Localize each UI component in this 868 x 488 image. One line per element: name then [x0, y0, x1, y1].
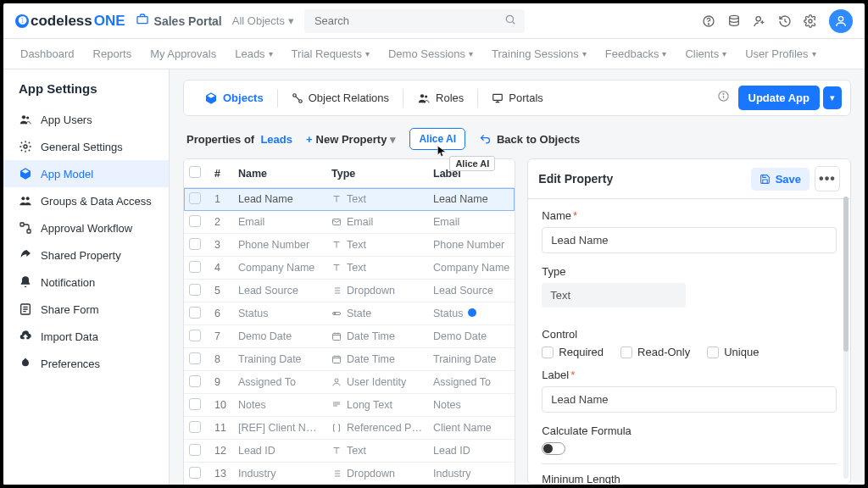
- svg-point-6: [809, 19, 812, 23]
- row-checkbox[interactable]: [189, 307, 201, 319]
- row-checkbox[interactable]: [189, 467, 201, 479]
- properties-of-label: Properties of: [186, 133, 254, 146]
- row-checkbox[interactable]: [189, 238, 201, 250]
- svg-rect-13: [20, 223, 24, 226]
- database-icon[interactable]: [727, 14, 741, 28]
- nav-clients[interactable]: Clients ▾: [685, 47, 726, 60]
- calc-formula-toggle[interactable]: [542, 442, 565, 455]
- update-app-button[interactable]: Update App: [738, 86, 820, 110]
- back-to-objects-link[interactable]: Back to Objects: [479, 133, 580, 146]
- sidebar-title: App Settings: [19, 81, 153, 96]
- table-row[interactable]: 11[REF] Client NameReferenced P…Client N…: [184, 417, 515, 440]
- search-input[interactable]: [313, 14, 504, 28]
- sidebar-item-app-users[interactable]: App Users: [3, 106, 169, 133]
- alice-tooltip: Alice AI: [449, 156, 495, 171]
- nav-reports[interactable]: Reports: [93, 47, 132, 60]
- portal-label: Sales Portal: [154, 14, 222, 28]
- save-button[interactable]: Save: [751, 168, 810, 191]
- sidebar-item-notification[interactable]: Notification: [3, 269, 169, 296]
- svg-point-22: [723, 94, 724, 95]
- type-input: [542, 283, 686, 308]
- table-row[interactable]: 13IndustryDropdownIndustry: [184, 463, 515, 485]
- nav-user-profiles[interactable]: User Profiles ▾: [745, 47, 815, 60]
- col-name: Name: [233, 168, 326, 180]
- sidebar-item-groups-data-access[interactable]: Groups & Data Access: [3, 187, 169, 214]
- svg-point-7: [838, 16, 843, 20]
- settings-icon[interactable]: [804, 14, 817, 28]
- nav-dashboard[interactable]: Dashboard: [20, 47, 75, 60]
- user-add-icon[interactable]: [753, 14, 766, 28]
- sidebar-item-import-data[interactable]: Import Data: [3, 323, 169, 350]
- sidebar-item-preferences[interactable]: Preferences: [3, 350, 169, 377]
- row-checkbox[interactable]: [189, 284, 201, 296]
- sidebar-item-share-form[interactable]: Share Form: [3, 296, 169, 323]
- name-input[interactable]: [542, 227, 837, 253]
- update-app-caret[interactable]: ▾: [823, 86, 842, 109]
- scrollbar[interactable]: [843, 197, 849, 479]
- nav-leads[interactable]: Leads ▾: [235, 47, 272, 60]
- logo-icon: ➊: [15, 14, 29, 28]
- tab-object-relations[interactable]: Object Relations: [280, 86, 401, 109]
- svg-point-28: [335, 379, 338, 382]
- table-row[interactable]: 12Lead IDTextLead ID: [184, 440, 515, 463]
- more-button[interactable]: •••: [815, 166, 840, 191]
- all-objects-dropdown[interactable]: All Objects▾: [232, 14, 294, 27]
- svg-rect-14: [27, 230, 31, 233]
- properties-object-link[interactable]: Leads: [260, 133, 292, 146]
- history-icon[interactable]: [778, 14, 792, 28]
- new-property-button[interactable]: +New Property▾: [306, 133, 396, 146]
- help-icon[interactable]: [702, 14, 715, 28]
- table-row[interactable]: 3Phone NumberTextPhone Number: [184, 234, 515, 257]
- unique-checkbox[interactable]: Unique: [707, 346, 759, 358]
- table-row[interactable]: 9Assigned ToUser IdentityAssigned To: [184, 371, 515, 394]
- portal-switcher[interactable]: Sales Portal: [136, 13, 222, 29]
- sidebar-item-approval-workflow[interactable]: Approval Workflow: [3, 214, 169, 241]
- nav-feedbacks[interactable]: Feedbacks ▾: [605, 47, 667, 60]
- table-row[interactable]: 8Training DateDate TimeTraining Date: [184, 348, 515, 371]
- sidebar-item-app-model[interactable]: App Model: [3, 160, 169, 187]
- nav-my-approvals[interactable]: My Approvals: [150, 47, 216, 60]
- row-checkbox[interactable]: [189, 192, 201, 204]
- cursor-icon: [436, 144, 448, 160]
- sidebar-item-shared-property[interactable]: Shared Property: [3, 241, 169, 269]
- nav-trial-requests[interactable]: Trial Requests ▾: [292, 47, 370, 60]
- tab-objects[interactable]: Objects: [192, 86, 275, 110]
- table-row[interactable]: 1Lead NameTextLead Name: [184, 188, 515, 211]
- user-avatar[interactable]: [829, 9, 853, 33]
- table-row[interactable]: 5Lead SourceDropdownLead Source: [184, 280, 515, 302]
- chevron-down-icon: ▾: [288, 14, 294, 27]
- svg-point-8: [22, 115, 25, 119]
- row-checkbox[interactable]: [189, 421, 201, 433]
- tab-portals[interactable]: Portals: [480, 86, 554, 109]
- row-checkbox[interactable]: [189, 261, 201, 273]
- sidebar-item-general-settings[interactable]: General Settings: [3, 133, 169, 160]
- table-row[interactable]: 6StatusStateStatus: [184, 302, 515, 325]
- row-checkbox[interactable]: [189, 215, 201, 227]
- svg-point-17: [298, 99, 302, 103]
- alice-ai-button[interactable]: Alice AI Alice AI: [409, 128, 465, 150]
- row-checkbox[interactable]: [189, 398, 201, 410]
- col-type: Type: [326, 168, 428, 180]
- global-search[interactable]: [304, 9, 525, 33]
- svg-point-5: [756, 16, 760, 20]
- readonly-checkbox[interactable]: Read-Only: [620, 346, 690, 358]
- nav-training-sessions[interactable]: Training Sessions ▾: [492, 47, 587, 60]
- table-row[interactable]: 10NotesLong TextNotes: [184, 394, 515, 417]
- row-checkbox[interactable]: [189, 444, 201, 456]
- required-checkbox[interactable]: Required: [542, 346, 604, 358]
- row-checkbox[interactable]: [189, 352, 201, 364]
- info-icon[interactable]: [717, 90, 730, 106]
- tab-roles[interactable]: Roles: [405, 86, 476, 110]
- svg-point-16: [292, 93, 296, 97]
- svg-point-10: [24, 145, 27, 148]
- row-checkbox[interactable]: [189, 330, 201, 341]
- label-input[interactable]: [542, 386, 837, 413]
- table-row[interactable]: 7Demo DateDate TimeDemo Date: [184, 325, 515, 348]
- select-all-checkbox[interactable]: [189, 166, 201, 178]
- nav-demo-sessions[interactable]: Demo Sessions ▾: [388, 47, 473, 60]
- table-row[interactable]: 2EmailEmailEmail: [184, 211, 515, 234]
- min-length-label: Mininum Length: [542, 473, 837, 484]
- row-checkbox[interactable]: [189, 375, 201, 387]
- table-row[interactable]: 4Company NameTextCompany Name: [184, 257, 515, 280]
- svg-point-18: [420, 94, 424, 97]
